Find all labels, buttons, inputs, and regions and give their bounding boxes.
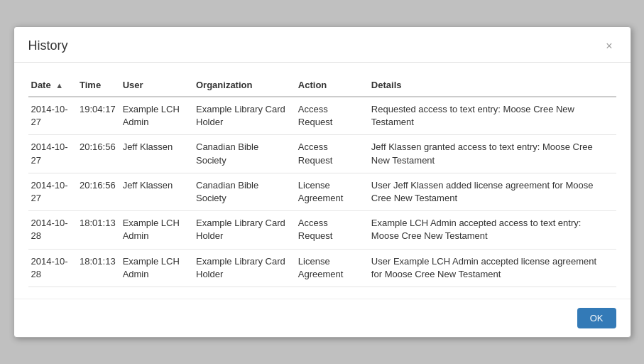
history-table: Date ▲ Time User Organization Action Det… bbox=[28, 74, 616, 287]
dialog-body: Date ▲ Time User Organization Action Det… bbox=[14, 63, 631, 299]
cell-organization: Example Library Card Holder bbox=[196, 97, 298, 135]
table-row: 2014-10-2719:04:17Example LCH AdminExamp… bbox=[28, 97, 616, 135]
table-row: 2014-10-2818:01:13Example LCH AdminExamp… bbox=[28, 249, 616, 287]
cell-user: Jeff Klassen bbox=[123, 135, 196, 173]
cell-action: Access Request bbox=[298, 211, 371, 249]
cell-details: User Example LCH Admin accepted license … bbox=[371, 249, 616, 287]
header-row: Date ▲ Time User Organization Action Det… bbox=[28, 74, 616, 97]
cell-date: 2014-10-27 bbox=[28, 97, 80, 135]
table-row: 2014-10-2720:16:56Jeff KlassenCanadian B… bbox=[28, 173, 616, 210]
cell-action: Access Request bbox=[298, 97, 371, 135]
table-row: 2014-10-2720:16:56Jeff KlassenCanadian B… bbox=[28, 135, 616, 173]
cell-time: 20:16:56 bbox=[80, 135, 123, 173]
cell-action: License Agreement bbox=[298, 173, 371, 210]
table-row: 2014-10-2818:01:13Example LCH AdminExamp… bbox=[28, 211, 616, 249]
col-header-date[interactable]: Date ▲ bbox=[28, 74, 80, 97]
cell-date: 2014-10-27 bbox=[28, 173, 80, 210]
cell-user: Example LCH Admin bbox=[123, 249, 196, 287]
table-body: 2014-10-2719:04:17Example LCH AdminExamp… bbox=[28, 97, 616, 287]
cell-user: Jeff Klassen bbox=[123, 173, 196, 210]
cell-action: License Agreement bbox=[298, 249, 371, 287]
dialog-footer: OK bbox=[14, 299, 631, 337]
cell-organization: Example Library Card Holder bbox=[196, 249, 298, 287]
cell-organization: Canadian Bible Society bbox=[196, 173, 298, 210]
cell-organization: Example Library Card Holder bbox=[196, 211, 298, 249]
col-header-time: Time bbox=[80, 74, 123, 97]
cell-time: 20:16:56 bbox=[80, 173, 123, 210]
cell-time: 18:01:13 bbox=[80, 211, 123, 249]
date-sort-arrow: ▲ bbox=[55, 81, 63, 90]
cell-details: Example LCH Admin accepted access to tex… bbox=[371, 211, 616, 249]
cell-details: User Jeff Klassen added license agreemen… bbox=[371, 173, 616, 210]
cell-action: Access Request bbox=[298, 135, 371, 173]
close-button[interactable]: × bbox=[602, 39, 616, 53]
cell-user: Example LCH Admin bbox=[123, 97, 196, 135]
cell-user: Example LCH Admin bbox=[123, 211, 196, 249]
history-dialog: History × Date ▲ Time User Organization … bbox=[13, 26, 631, 338]
table-header: Date ▲ Time User Organization Action Det… bbox=[28, 74, 616, 97]
col-header-user: User bbox=[123, 74, 196, 97]
ok-button[interactable]: OK bbox=[577, 308, 616, 328]
cell-organization: Canadian Bible Society bbox=[196, 135, 298, 173]
cell-time: 19:04:17 bbox=[80, 97, 123, 135]
cell-date: 2014-10-28 bbox=[28, 249, 80, 287]
col-header-action: Action bbox=[298, 74, 371, 97]
dialog-header: History × bbox=[14, 27, 631, 63]
cell-details: Jeff Klassen granted access to text entr… bbox=[371, 135, 616, 173]
cell-details: Requested access to text entry: Moose Cr… bbox=[371, 97, 616, 135]
col-header-organization: Organization bbox=[196, 74, 298, 97]
cell-time: 18:01:13 bbox=[80, 249, 123, 287]
cell-date: 2014-10-28 bbox=[28, 211, 80, 249]
col-header-details: Details bbox=[371, 74, 616, 97]
dialog-title: History bbox=[28, 38, 68, 53]
cell-date: 2014-10-27 bbox=[28, 135, 80, 173]
